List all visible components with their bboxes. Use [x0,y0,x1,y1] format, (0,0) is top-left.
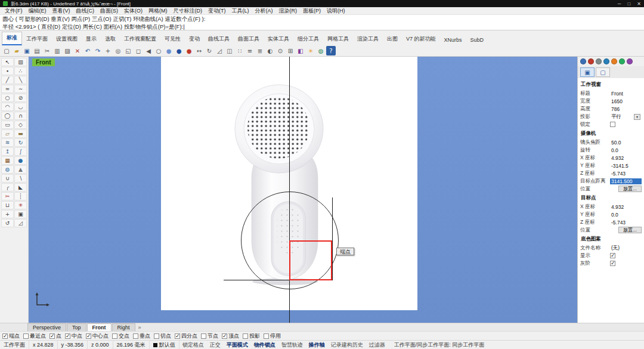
polyline-tool-icon[interactable]: ╱ [1,76,14,84]
toggle-filter[interactable]: 过滤器 [366,341,388,349]
tab-overflow-icon[interactable]: » [138,325,141,331]
units-pane[interactable]: 26.196 毫米 [113,341,150,349]
menu-mesh[interactable]: 网格(M) [145,7,171,15]
render-preview-icon[interactable]: ● [184,46,194,55]
viewport-tab-top[interactable]: Top [67,323,86,331]
conic-tool-icon[interactable]: ∩ [14,112,27,120]
zoom-dynamic-icon[interactable]: ◎ [113,46,123,55]
ribbon-tab-drafting[interactable]: 出图 [383,33,402,45]
point-cloud-tool-icon[interactable]: ∴ [14,67,27,75]
line-tool-icon[interactable]: ╲ [14,76,27,84]
osnap-midpoint-checkbox[interactable]: 中点 [65,332,82,340]
menu-tools[interactable]: 工具(L) [229,7,252,15]
ribbon-tab-surface-tools[interactable]: 曲面工具 [234,33,264,45]
point-tool-icon[interactable]: ∙ [1,67,14,75]
help-icon[interactable]: ? [326,46,336,55]
osnap-near-checkbox[interactable]: 最近点 [23,332,46,340]
ribbon-tab-transform[interactable]: 变动 [185,33,204,45]
minimize-button[interactable]: ─ [618,1,621,7]
ribbon-tab-render-tools[interactable]: 渲染工具 [353,33,383,45]
plane-tool-icon[interactable]: ▬ [14,129,27,138]
rotate-icon[interactable]: ↻ [205,46,214,55]
osnap-knot-checkbox[interactable]: 节点 [201,332,218,340]
cut-icon[interactable]: ✂ [42,46,52,55]
checkbox-icon[interactable] [133,333,138,339]
circle-diameter-tool-icon[interactable]: ⊘ [14,94,27,102]
sphere-tool-icon[interactable]: ● [14,156,27,165]
ribbon-tab-subd[interactable]: SubD [466,35,488,45]
camera-place-button[interactable]: 放置... [618,186,642,192]
polygon-tool-icon[interactable]: ◇ [14,121,27,129]
rectangle-tool-icon[interactable]: ▭ [1,121,14,129]
camera-distance-value[interactable]: 3141.500 [610,178,642,184]
boolean-union-tool-icon[interactable]: ∪ [1,174,14,183]
osnap-point-checkbox[interactable]: 点 [49,332,61,340]
osnap-center-checkbox[interactable]: 中心点 [86,332,109,340]
toggle-grid-snap[interactable]: 锁定格点 [179,341,207,349]
ribbon-tab-cplane[interactable]: 工作平面 [22,33,52,45]
ellipse-tool-icon[interactable]: ◯ [1,112,14,120]
scale-tool-icon[interactable]: ◿ [14,219,27,227]
render-icon[interactable]: ● [174,46,184,55]
target-place-button[interactable]: 放置... [618,227,642,233]
checkbox-icon[interactable] [264,333,269,339]
join-tool-icon[interactable]: ⊔ [1,201,14,209]
toggle-planar[interactable]: 平面模式 [224,341,251,349]
revolve-tool-icon[interactable]: ↻ [14,138,27,147]
osnap-tangent-checkbox[interactable]: 切点 [154,332,171,340]
copy-icon[interactable]: ▥ [52,46,62,55]
selection-filter-tool-icon[interactable]: ▧ [14,58,27,66]
sun-tab-icon[interactable] [611,58,617,64]
ribbon-tab-display[interactable]: 显示 [82,33,101,45]
checkbox-icon[interactable] [65,333,70,339]
previous-view-icon[interactable]: ◀ [144,46,153,55]
viewport-title-label[interactable]: Front [32,58,55,66]
target-x-value[interactable]: 4.932 [610,204,642,210]
boolean-difference-tool-icon[interactable]: ∖ [14,174,27,183]
open-file-icon[interactable]: ▰ [12,46,21,55]
close-button[interactable]: ✕ [637,1,641,7]
new-file-icon[interactable]: ▢ [2,46,11,55]
cylinder-tool-icon[interactable]: ◍ [1,165,14,174]
zoom-window-icon[interactable]: ◱ [123,46,133,55]
maximize-button[interactable]: □ [627,1,630,7]
save-icon[interactable]: ▣ [22,46,32,55]
toggle-ortho[interactable]: 正交 [207,341,224,349]
viewport-tab-front[interactable]: Front [87,323,112,331]
menu-file[interactable]: 文件(F) [2,7,26,15]
pan-view-icon[interactable]: + [103,46,113,55]
delete-icon[interactable]: ✕ [73,46,82,55]
scale-icon[interactable]: ◿ [215,46,224,55]
wallpaper-gray-checkbox[interactable] [610,261,615,266]
camera-focal-value[interactable]: 50.0 [610,140,642,146]
target-y-value[interactable]: 0.0 [610,212,642,218]
menu-dimension[interactable]: 尺寸标注(D) [171,7,206,15]
wallpaper-show-checkbox[interactable] [610,253,615,258]
sun-icon[interactable]: ☀ [306,46,315,55]
osnap-vertex-checkbox[interactable]: 顶点 [222,332,239,340]
checkbox-icon[interactable] [49,333,55,339]
ribbon-tab-standard[interactable]: 标准 [2,32,22,45]
toggle-gumball[interactable]: 操作轴 [306,341,328,349]
move-tool-icon[interactable]: + [1,210,14,218]
checkbox-icon[interactable] [154,333,159,339]
loft-tool-icon[interactable]: ≋ [1,138,14,147]
cplane-pane[interactable]: 工作平面 [0,341,29,349]
osnap-project-checkbox[interactable]: 投影 [243,332,260,340]
osnap-intersection-checkbox[interactable]: 交点 [112,332,129,340]
target-z-value[interactable]: -5.743 [610,220,642,226]
command-prompt-line[interactable]: 半径 <2.991> ( 直径(D) 定位(D) 周长(C) 面积(A) 投影物… [0,23,644,30]
cone-tool-icon[interactable]: ▲ [14,165,27,174]
material-editor-icon[interactable]: ◧ [296,46,305,55]
layer-pane[interactable]: 默认值 [150,341,179,349]
ribbon-tab-viewport-layout[interactable]: 工作视窗配置 [120,33,160,45]
sweep-tool-icon[interactable]: ∫ [14,147,27,156]
ribbon-tab-subd-tools[interactable]: 细分工具 [293,33,323,45]
ribbon-tab-mesh-tools[interactable]: 网格工具 [323,33,353,45]
checkbox-icon[interactable] [243,333,248,339]
osnap-endpoint-checkbox[interactable]: 端点 [2,332,20,340]
redo-icon[interactable]: ↷ [93,46,103,55]
chamfer-tool-icon[interactable]: ◣ [14,183,27,192]
shaded-view-icon[interactable]: ● [164,46,174,55]
paste-icon[interactable]: ▨ [63,46,72,55]
